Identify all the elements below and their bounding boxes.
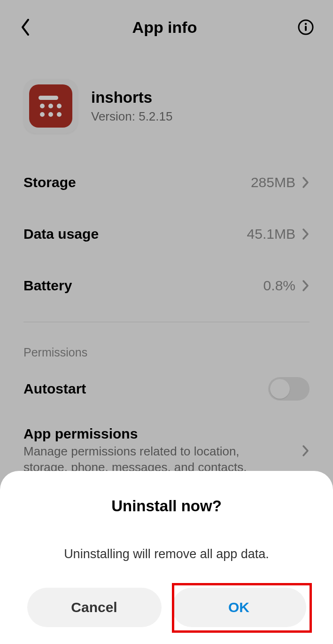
chevron-right-icon [302, 280, 310, 292]
back-icon[interactable] [19, 18, 32, 37]
app-header: inshorts Version: 5.2.15 [0, 37, 333, 143]
battery-label: Battery [23, 278, 72, 294]
header-bar: App info [0, 0, 333, 37]
app-name: inshorts [91, 89, 172, 106]
page-title: App info [132, 18, 197, 37]
divider [23, 322, 310, 322]
dialog-button-row: Cancel OK [14, 588, 319, 627]
app-permissions-row[interactable]: App permissions Manage permissions relat… [0, 415, 333, 476]
autostart-row[interactable]: Autostart [0, 363, 333, 415]
chevron-right-icon [302, 176, 310, 189]
info-icon[interactable] [297, 19, 314, 36]
data-usage-row[interactable]: Data usage 45.1MB [0, 208, 333, 260]
battery-row[interactable]: Battery 0.8% [0, 260, 333, 311]
app-permissions-label: App permissions [23, 426, 268, 442]
chevron-right-icon [302, 445, 310, 457]
svg-point-1 [305, 23, 307, 25]
dialog-title: Uninstall now? [14, 497, 319, 515]
dialog-message: Uninstalling will remove all app data. [14, 547, 319, 561]
uninstall-dialog: Uninstall now? Uninstalling will remove … [0, 471, 333, 644]
app-version: Version: 5.2.15 [91, 109, 172, 124]
permissions-section-title: Permissions [0, 333, 333, 363]
storage-label: Storage [23, 174, 76, 190]
autostart-toggle[interactable] [268, 377, 310, 401]
data-usage-value: 45.1MB [247, 226, 295, 242]
storage-value: 285MB [251, 174, 295, 190]
autostart-label: Autostart [23, 381, 86, 397]
ok-button[interactable]: OK [172, 588, 306, 627]
app-icon [23, 79, 78, 133]
data-usage-label: Data usage [23, 226, 99, 242]
battery-value: 0.8% [263, 278, 295, 294]
app-info-screen: App info inshorts Version: 5.2.15 Storag… [0, 0, 333, 644]
storage-row[interactable]: Storage 285MB [0, 157, 333, 208]
svg-rect-2 [305, 26, 307, 31]
cancel-button[interactable]: Cancel [27, 588, 162, 627]
chevron-right-icon [302, 228, 310, 240]
